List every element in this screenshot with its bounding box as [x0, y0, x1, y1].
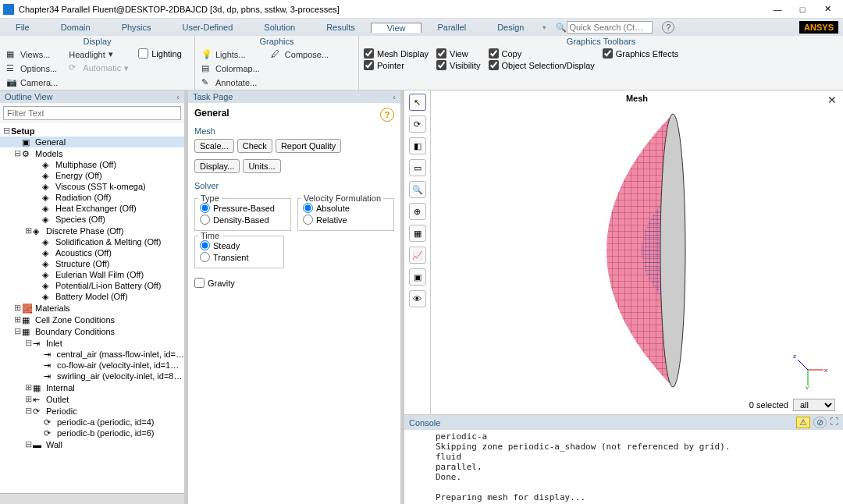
tree-models[interactable]: ⊟⚙Models — [0, 147, 184, 159]
colormap-button[interactable]: ▤Colormap... — [200, 62, 261, 75]
graph-close-icon[interactable]: ✕ — [827, 94, 837, 106]
graphics-view[interactable]: Mesh ✕ — [431, 91, 843, 414]
wall-icon: ▬ — [33, 440, 44, 449]
tree-cellzone[interactable]: ⊞▦Cell Zone Conditions — [0, 314, 184, 325]
radio-density-based[interactable]: Density-Based — [200, 214, 286, 225]
automatic-button[interactable]: ⟳Automatic ▾ — [67, 62, 130, 74]
annotate-button[interactable]: ✎Annotate... — [200, 76, 261, 89]
meshdisplay-check[interactable]: Mesh Display — [364, 48, 429, 59]
tree-general[interactable]: ▣General — [0, 137, 184, 147]
pointer-check[interactable]: Pointer — [364, 60, 429, 70]
tree-model-item[interactable]: ◈Multiphase (Off) — [0, 159, 184, 170]
minimize-button[interactable]: — — [765, 1, 790, 18]
tree-periodic[interactable]: ⊟⟳Periodic — [0, 405, 184, 417]
help-icon[interactable]: ? — [662, 21, 674, 34]
visibility-check[interactable]: Visibility — [436, 60, 481, 70]
tree-periodic-item[interactable]: ⟳periodic-b (periodic, id=6) — [0, 428, 184, 438]
maximize-button[interactable]: □ — [790, 1, 815, 18]
visibility-tool[interactable]: 👁 — [409, 290, 426, 307]
mesh-units-button[interactable]: Units... — [243, 159, 280, 173]
pointer-tool[interactable]: ↖ — [409, 94, 426, 111]
filter-input[interactable] — [3, 106, 181, 120]
tree-internal[interactable]: ⊞▦Internal — [0, 382, 184, 393]
rotate-tool[interactable]: ⟳ — [409, 115, 426, 133]
mesh-scale-button[interactable]: Scale... — [194, 139, 234, 153]
tree-boundary[interactable]: ⊟▦Boundary Conditions — [0, 325, 184, 337]
outline-hscroll[interactable] — [0, 493, 184, 504]
tree-model-item[interactable]: ◈Structure (Off) — [0, 258, 184, 269]
lights-button[interactable]: 💡Lights... — [200, 48, 261, 61]
tree-setup[interactable]: ⊟Setup — [0, 125, 184, 137]
menu-more-icon[interactable]: ▾ — [539, 23, 550, 31]
tree-model-item[interactable]: ◈Energy (Off) — [0, 170, 184, 181]
menu-solution[interactable]: Solution — [248, 23, 311, 32]
options-button[interactable]: ☰Options... — [5, 62, 59, 75]
radio-steady[interactable]: Steady — [200, 240, 279, 251]
menu-parallel[interactable]: Parallel — [422, 23, 482, 32]
wireframe-tool[interactable]: ▦ — [409, 225, 426, 242]
view-check[interactable]: View — [436, 48, 481, 59]
mesh-display-button[interactable]: Display... — [194, 159, 240, 173]
outline-tree[interactable]: ⊟Setup ▣General ⊟⚙Models ◈Multiphase (Of… — [0, 123, 184, 493]
box-select-tool[interactable]: ▭ — [409, 159, 426, 176]
taskpage-collapse-icon[interactable]: ‹ — [393, 92, 396, 101]
radio-absolute[interactable]: Absolute — [303, 202, 389, 214]
mesh-checkbutton[interactable]: Check — [237, 139, 272, 153]
console-output[interactable]: periodic-a Skipping zone periodic-a_shad… — [404, 430, 843, 504]
tree-model-item[interactable]: ◈Battery Model (Off) — [0, 291, 184, 302]
model-item-icon: ◈ — [42, 270, 53, 279]
search-input[interactable] — [567, 21, 653, 34]
menu-user-defined[interactable]: User-Defined — [167, 23, 249, 32]
menu-view[interactable]: View — [371, 23, 422, 33]
copy-check[interactable]: Copy — [489, 48, 595, 59]
console-expand-icon[interactable]: ⛶ — [830, 417, 838, 428]
tree-materials[interactable]: ⊞🧱Materials — [0, 302, 184, 314]
tree-model-item[interactable]: ◈Radiation (Off) — [0, 192, 184, 203]
menu-file[interactable]: File — [0, 23, 45, 32]
tree-model-item[interactable]: ⊞◈Discrete Phase (Off) — [0, 225, 184, 236]
lighting-check[interactable]: Lighting — [138, 48, 182, 59]
fit-tool[interactable]: ⊕ — [409, 203, 426, 220]
tree-inlet-item[interactable]: ⇥swirling_air (velocity-inlet, id=8… — [0, 371, 184, 382]
compose-button[interactable]: 🖊Compose... — [269, 48, 330, 61]
tree-model-item[interactable]: ◈Heat Exchanger (Off) — [0, 203, 184, 214]
console-clear-icon[interactable]: ⊘ — [813, 417, 827, 428]
tree-inlet[interactable]: ⊟⇥Inlet — [0, 337, 184, 349]
taskpage-help-icon[interactable]: ? — [380, 108, 394, 122]
tree-model-item[interactable]: ◈Acoustics (Off) — [0, 247, 184, 258]
menu-domain[interactable]: Domain — [45, 23, 106, 32]
tree-wall[interactable]: ⊟▬Wall — [0, 438, 184, 450]
probe-tool[interactable]: ◧ — [409, 137, 426, 154]
radio-transient[interactable]: Transient — [200, 251, 279, 263]
radio-pressure-based[interactable]: Pressure-Based — [200, 202, 286, 214]
radio-relative[interactable]: Relative — [303, 214, 389, 225]
velfrm-legend: Velocity Formulation — [301, 193, 383, 203]
camera-button[interactable]: 📷Camera... — [5, 76, 59, 89]
tree-inlet-item[interactable]: ⇥co-flow-air (velocity-inlet, id=1… — [0, 360, 184, 371]
quick-search[interactable]: 🔍 — [556, 21, 653, 34]
tree-model-item[interactable]: ◈Viscous (SST k-omega) — [0, 181, 184, 192]
selection-filter[interactable]: all — [793, 399, 835, 411]
outline-collapse-icon[interactable]: ‹ — [176, 92, 180, 101]
tree-model-item[interactable]: ◈Eulerian Wall Film (Off) — [0, 269, 184, 280]
tree-model-item[interactable]: ◈Solidification & Melting (Off) — [0, 236, 184, 247]
gravity-check[interactable]: Gravity — [194, 278, 394, 288]
menu-results[interactable]: Results — [311, 23, 371, 32]
views-button[interactable]: ▦Views... — [5, 48, 59, 61]
clip-tool[interactable]: ▣ — [409, 268, 426, 286]
mesh-report-qualitybutton[interactable]: Report Quality — [276, 139, 341, 153]
menu-design[interactable]: Design — [482, 23, 539, 32]
effects-check[interactable]: Graphics Effects — [603, 48, 679, 59]
axes-tool[interactable]: 📈 — [409, 247, 426, 264]
tree-outlet[interactable]: ⊞⇤Outlet — [0, 393, 184, 405]
zoom-tool[interactable]: 🔍 — [409, 181, 426, 198]
tree-periodic-item[interactable]: ⟳periodic-a (periodic, id=4) — [0, 417, 184, 428]
close-button[interactable]: ✕ — [815, 1, 840, 18]
tree-model-item[interactable]: ◈Species (Off) — [0, 214, 184, 225]
menu-physics[interactable]: Physics — [106, 23, 167, 32]
console-warn-icon[interactable]: ⚠ — [796, 417, 810, 428]
tree-model-item[interactable]: ◈Potential/Li-ion Battery (Off) — [0, 280, 184, 291]
objectsel-check[interactable]: Object Selection/Display — [489, 60, 595, 70]
headlight-button[interactable]: Headlight ▾ — [67, 48, 130, 60]
tree-inlet-item[interactable]: ⇥central_air (mass-flow-inlet, id=… — [0, 349, 184, 360]
